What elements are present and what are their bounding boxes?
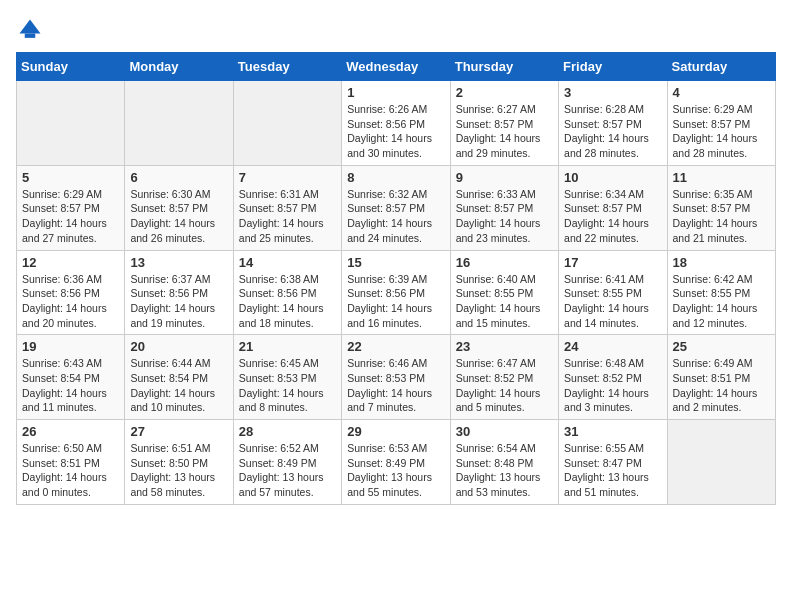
day-info: Sunrise: 6:32 AMSunset: 8:57 PMDaylight:… xyxy=(347,187,444,246)
day-number: 12 xyxy=(22,255,119,270)
day-number: 14 xyxy=(239,255,336,270)
weekday-header: Tuesday xyxy=(233,53,341,81)
sunset-text: Sunset: 8:56 PM xyxy=(130,286,227,301)
daylight-text: Daylight: 14 hours and 20 minutes. xyxy=(22,301,119,330)
sunrise-text: Sunrise: 6:29 AM xyxy=(22,187,119,202)
sunrise-text: Sunrise: 6:51 AM xyxy=(130,441,227,456)
daylight-text: Daylight: 14 hours and 3 minutes. xyxy=(564,386,661,415)
day-info: Sunrise: 6:37 AMSunset: 8:56 PMDaylight:… xyxy=(130,272,227,331)
sunrise-text: Sunrise: 6:27 AM xyxy=(456,102,553,117)
calendar-week-row: 5Sunrise: 6:29 AMSunset: 8:57 PMDaylight… xyxy=(17,165,776,250)
calendar-cell: 11Sunrise: 6:35 AMSunset: 8:57 PMDayligh… xyxy=(667,165,775,250)
sunrise-text: Sunrise: 6:48 AM xyxy=(564,356,661,371)
calendar-cell: 18Sunrise: 6:42 AMSunset: 8:55 PMDayligh… xyxy=(667,250,775,335)
daylight-text: Daylight: 14 hours and 8 minutes. xyxy=(239,386,336,415)
day-number: 11 xyxy=(673,170,770,185)
day-number: 10 xyxy=(564,170,661,185)
sunset-text: Sunset: 8:47 PM xyxy=(564,456,661,471)
day-info: Sunrise: 6:29 AMSunset: 8:57 PMDaylight:… xyxy=(673,102,770,161)
daylight-text: Daylight: 14 hours and 5 minutes. xyxy=(456,386,553,415)
calendar-cell: 21Sunrise: 6:45 AMSunset: 8:53 PMDayligh… xyxy=(233,335,341,420)
page-header xyxy=(16,16,776,44)
calendar-cell: 6Sunrise: 6:30 AMSunset: 8:57 PMDaylight… xyxy=(125,165,233,250)
sunrise-text: Sunrise: 6:52 AM xyxy=(239,441,336,456)
logo-icon xyxy=(16,16,44,44)
calendar-cell: 5Sunrise: 6:29 AMSunset: 8:57 PMDaylight… xyxy=(17,165,125,250)
daylight-text: Daylight: 14 hours and 14 minutes. xyxy=(564,301,661,330)
sunrise-text: Sunrise: 6:55 AM xyxy=(564,441,661,456)
sunset-text: Sunset: 8:49 PM xyxy=(239,456,336,471)
day-info: Sunrise: 6:38 AMSunset: 8:56 PMDaylight:… xyxy=(239,272,336,331)
sunrise-text: Sunrise: 6:49 AM xyxy=(673,356,770,371)
day-info: Sunrise: 6:48 AMSunset: 8:52 PMDaylight:… xyxy=(564,356,661,415)
calendar-cell: 23Sunrise: 6:47 AMSunset: 8:52 PMDayligh… xyxy=(450,335,558,420)
sunrise-text: Sunrise: 6:33 AM xyxy=(456,187,553,202)
calendar-cell: 10Sunrise: 6:34 AMSunset: 8:57 PMDayligh… xyxy=(559,165,667,250)
sunrise-text: Sunrise: 6:42 AM xyxy=(673,272,770,287)
daylight-text: Daylight: 14 hours and 12 minutes. xyxy=(673,301,770,330)
calendar-week-row: 19Sunrise: 6:43 AMSunset: 8:54 PMDayligh… xyxy=(17,335,776,420)
sunrise-text: Sunrise: 6:30 AM xyxy=(130,187,227,202)
daylight-text: Daylight: 14 hours and 11 minutes. xyxy=(22,386,119,415)
day-info: Sunrise: 6:30 AMSunset: 8:57 PMDaylight:… xyxy=(130,187,227,246)
sunrise-text: Sunrise: 6:40 AM xyxy=(456,272,553,287)
calendar-cell: 9Sunrise: 6:33 AMSunset: 8:57 PMDaylight… xyxy=(450,165,558,250)
daylight-text: Daylight: 14 hours and 15 minutes. xyxy=(456,301,553,330)
day-info: Sunrise: 6:53 AMSunset: 8:49 PMDaylight:… xyxy=(347,441,444,500)
sunset-text: Sunset: 8:57 PM xyxy=(564,117,661,132)
daylight-text: Daylight: 14 hours and 18 minutes. xyxy=(239,301,336,330)
sunset-text: Sunset: 8:55 PM xyxy=(673,286,770,301)
daylight-text: Daylight: 14 hours and 22 minutes. xyxy=(564,216,661,245)
daylight-text: Daylight: 14 hours and 0 minutes. xyxy=(22,470,119,499)
weekday-header: Monday xyxy=(125,53,233,81)
daylight-text: Daylight: 14 hours and 23 minutes. xyxy=(456,216,553,245)
day-info: Sunrise: 6:42 AMSunset: 8:55 PMDaylight:… xyxy=(673,272,770,331)
day-number: 27 xyxy=(130,424,227,439)
weekday-header: Friday xyxy=(559,53,667,81)
daylight-text: Daylight: 14 hours and 21 minutes. xyxy=(673,216,770,245)
sunset-text: Sunset: 8:55 PM xyxy=(564,286,661,301)
day-info: Sunrise: 6:46 AMSunset: 8:53 PMDaylight:… xyxy=(347,356,444,415)
sunrise-text: Sunrise: 6:41 AM xyxy=(564,272,661,287)
day-number: 6 xyxy=(130,170,227,185)
day-info: Sunrise: 6:28 AMSunset: 8:57 PMDaylight:… xyxy=(564,102,661,161)
daylight-text: Daylight: 13 hours and 58 minutes. xyxy=(130,470,227,499)
calendar-cell: 27Sunrise: 6:51 AMSunset: 8:50 PMDayligh… xyxy=(125,420,233,505)
sunrise-text: Sunrise: 6:26 AM xyxy=(347,102,444,117)
day-info: Sunrise: 6:31 AMSunset: 8:57 PMDaylight:… xyxy=(239,187,336,246)
daylight-text: Daylight: 14 hours and 28 minutes. xyxy=(673,131,770,160)
day-number: 7 xyxy=(239,170,336,185)
day-info: Sunrise: 6:34 AMSunset: 8:57 PMDaylight:… xyxy=(564,187,661,246)
day-number: 16 xyxy=(456,255,553,270)
svg-marker-0 xyxy=(20,20,41,34)
day-number: 31 xyxy=(564,424,661,439)
sunset-text: Sunset: 8:56 PM xyxy=(22,286,119,301)
day-info: Sunrise: 6:52 AMSunset: 8:49 PMDaylight:… xyxy=(239,441,336,500)
sunset-text: Sunset: 8:55 PM xyxy=(456,286,553,301)
sunrise-text: Sunrise: 6:34 AM xyxy=(564,187,661,202)
sunrise-text: Sunrise: 6:45 AM xyxy=(239,356,336,371)
day-info: Sunrise: 6:33 AMSunset: 8:57 PMDaylight:… xyxy=(456,187,553,246)
day-info: Sunrise: 6:45 AMSunset: 8:53 PMDaylight:… xyxy=(239,356,336,415)
sunset-text: Sunset: 8:56 PM xyxy=(239,286,336,301)
sunset-text: Sunset: 8:50 PM xyxy=(130,456,227,471)
sunrise-text: Sunrise: 6:46 AM xyxy=(347,356,444,371)
calendar-cell: 17Sunrise: 6:41 AMSunset: 8:55 PMDayligh… xyxy=(559,250,667,335)
day-info: Sunrise: 6:36 AMSunset: 8:56 PMDaylight:… xyxy=(22,272,119,331)
sunrise-text: Sunrise: 6:44 AM xyxy=(130,356,227,371)
daylight-text: Daylight: 14 hours and 10 minutes. xyxy=(130,386,227,415)
day-info: Sunrise: 6:35 AMSunset: 8:57 PMDaylight:… xyxy=(673,187,770,246)
daylight-text: Daylight: 13 hours and 51 minutes. xyxy=(564,470,661,499)
calendar-cell: 31Sunrise: 6:55 AMSunset: 8:47 PMDayligh… xyxy=(559,420,667,505)
sunrise-text: Sunrise: 6:43 AM xyxy=(22,356,119,371)
calendar-cell xyxy=(125,81,233,166)
day-number: 25 xyxy=(673,339,770,354)
sunset-text: Sunset: 8:57 PM xyxy=(130,201,227,216)
daylight-text: Daylight: 14 hours and 30 minutes. xyxy=(347,131,444,160)
day-info: Sunrise: 6:40 AMSunset: 8:55 PMDaylight:… xyxy=(456,272,553,331)
calendar-cell: 28Sunrise: 6:52 AMSunset: 8:49 PMDayligh… xyxy=(233,420,341,505)
sunset-text: Sunset: 8:48 PM xyxy=(456,456,553,471)
weekday-header: Saturday xyxy=(667,53,775,81)
sunrise-text: Sunrise: 6:54 AM xyxy=(456,441,553,456)
day-info: Sunrise: 6:41 AMSunset: 8:55 PMDaylight:… xyxy=(564,272,661,331)
